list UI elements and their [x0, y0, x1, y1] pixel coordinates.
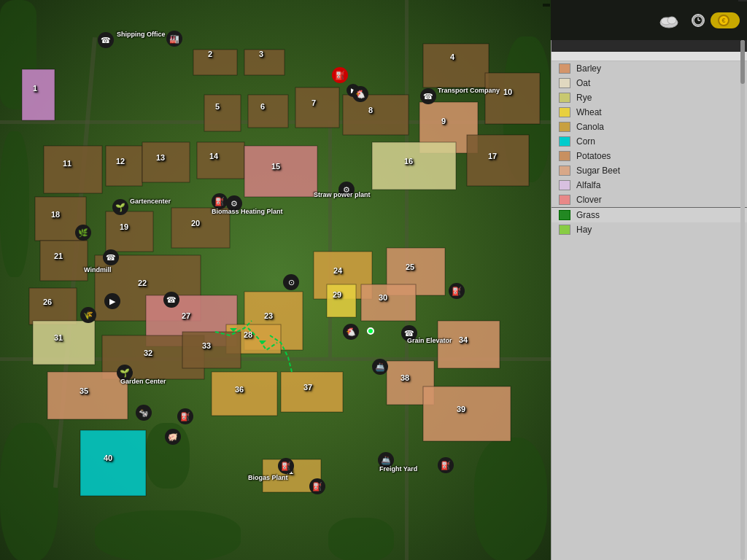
- phone-icon4: ☎: [404, 329, 414, 338]
- poi-phone-grain: ☎: [401, 325, 417, 341]
- weather-icon: [658, 12, 680, 28]
- silo-icon: 🏭: [169, 34, 179, 44]
- poi-ship2: 🚢: [378, 452, 394, 468]
- chicken-icon2: 🐔: [346, 327, 356, 337]
- poi-sickle: 🌾: [80, 307, 96, 323]
- poi-shipping-office: ☎: [98, 32, 114, 48]
- straw-icon: ⚙: [343, 185, 350, 195]
- fruit-item-alfalfa: Alfalfa: [551, 178, 747, 192]
- garden-icon2: 🌱: [120, 368, 130, 378]
- flag-icon2: ▶: [109, 297, 115, 306]
- color-swatch-hay: [559, 225, 570, 235]
- color-swatch-potatoes: [559, 151, 570, 161]
- game-map: 1234567891011121314151617181920212223242…: [0, 0, 551, 560]
- poi-fuel-2: ⛽: [212, 193, 228, 209]
- poi-chicken2: 🐔: [343, 324, 359, 340]
- fruit-item-wheat: Wheat: [551, 105, 747, 120]
- color-swatch-alfalfa: [559, 180, 570, 190]
- player-marker: [367, 327, 374, 335]
- pig-icon: 🐖: [168, 432, 178, 442]
- fruit-label-canola: Canola: [576, 122, 604, 132]
- road: [0, 357, 551, 361]
- legend-scrollbar[interactable]: [740, 40, 746, 560]
- color-swatch-sugar beet: [559, 166, 570, 176]
- phone-icon3: ☎: [106, 253, 116, 262]
- fruit-item-canola: Canola: [551, 120, 747, 134]
- fruit-label-oat: Oat: [576, 78, 590, 88]
- fruit-item-oat: Oat: [551, 76, 747, 90]
- fruit-item-clover: Clover: [551, 192, 747, 207]
- poi-phone2: ☎: [163, 292, 179, 308]
- poi-fuel-4: ⛽: [177, 408, 193, 424]
- fruit-label-sugar beet: Sugar Beet: [576, 166, 620, 176]
- cow-icon: 🐄: [139, 408, 149, 418]
- corner-badge: [738, 0, 747, 1]
- fruit-item-rye: Rye: [551, 90, 747, 105]
- fruit-label-wheat: Wheat: [576, 107, 602, 117]
- fuel-icon: ⛽: [335, 71, 345, 80]
- scrollbar-track: [740, 40, 745, 560]
- coin-icon: €: [718, 15, 729, 26]
- forest-patch: [474, 438, 547, 560]
- fruit-item-grass: Grass: [551, 207, 747, 222]
- phone-icon: ☎: [101, 36, 111, 45]
- poi-fuel-5: ⛽: [278, 458, 294, 474]
- fruit-label-potatoes: Potatoes: [576, 151, 611, 161]
- fruit-item-potatoes: Potatoes: [551, 149, 747, 163]
- poi-fuel-7: ⛽: [438, 457, 454, 473]
- poi-gear: ⚙: [226, 195, 242, 211]
- road: [405, 0, 409, 560]
- road: [0, 120, 551, 124]
- fruit-label-corn: Corn: [576, 136, 595, 147]
- fruit-types-title: [551, 52, 747, 61]
- poi-fuel-3: ⛽: [449, 283, 465, 299]
- fuel-icon2: ⛽: [214, 197, 225, 206]
- map-background: [0, 0, 551, 560]
- chicken-icon: 🐔: [355, 90, 365, 99]
- color-swatch-canola: [559, 122, 570, 132]
- forest-patch: [0, 131, 29, 277]
- color-swatch-oat: [559, 78, 570, 88]
- clock-icon: [692, 14, 705, 27]
- poi-fuel-6: ⛽: [309, 478, 325, 494]
- fruit-label-grass: Grass: [576, 210, 600, 220]
- phone-icon2: ☎: [423, 92, 433, 101]
- poi-fuel-1: ⛽: [332, 67, 348, 83]
- fruit-label-clover: Clover: [576, 195, 602, 205]
- fruit-item-hay: Hay: [551, 222, 747, 237]
- poi-cow: 🐄: [136, 405, 152, 421]
- color-swatch-wheat: [559, 107, 570, 117]
- color-swatch-rye: [559, 93, 570, 103]
- forest-patch: [95, 510, 241, 560]
- coordinates-display: [543, 4, 550, 7]
- overlay-title: [551, 40, 747, 52]
- poi-ship: 🚢: [372, 359, 388, 375]
- fruit-item-barley: Barley: [551, 61, 747, 76]
- poi-transport: ☎: [420, 88, 436, 104]
- silo-icon2: ⊙: [288, 278, 295, 287]
- fuel-icon7: ⛽: [441, 461, 451, 470]
- sickle-icon: 🌾: [83, 311, 93, 320]
- poi-silo: 🏭: [166, 31, 182, 47]
- fuel-icon5: ⛽: [281, 462, 291, 471]
- phone-icon5: ☎: [166, 295, 177, 305]
- ship-icon: 🚢: [375, 362, 385, 372]
- poi-gartencenter: 🌱: [112, 199, 128, 215]
- fruit-item-corn: Corn: [551, 134, 747, 149]
- forest-patch: [0, 423, 58, 560]
- scrollbar-thumb[interactable]: [740, 40, 745, 84]
- poi-phone-windmill: ☎: [103, 249, 119, 265]
- poi-tree: 🌿: [75, 225, 91, 241]
- poi-silo2: ⊙: [283, 274, 299, 290]
- fruit-list: BarleyOatRyeWheatCanolaCornPotatoesSugar…: [551, 61, 747, 237]
- fuel-icon6: ⛽: [312, 482, 322, 491]
- forest-patch: [328, 518, 394, 560]
- poi-chicken: 🐔: [352, 86, 368, 102]
- fruit-label-barley: Barley: [576, 63, 601, 74]
- poi-straw: ⚙: [338, 182, 355, 198]
- money-display: €: [711, 12, 740, 28]
- hud-bar: €: [551, 0, 747, 40]
- forest-patch: [503, 36, 551, 182]
- color-swatch-corn: [559, 136, 570, 147]
- forest-patch: [0, 0, 36, 109]
